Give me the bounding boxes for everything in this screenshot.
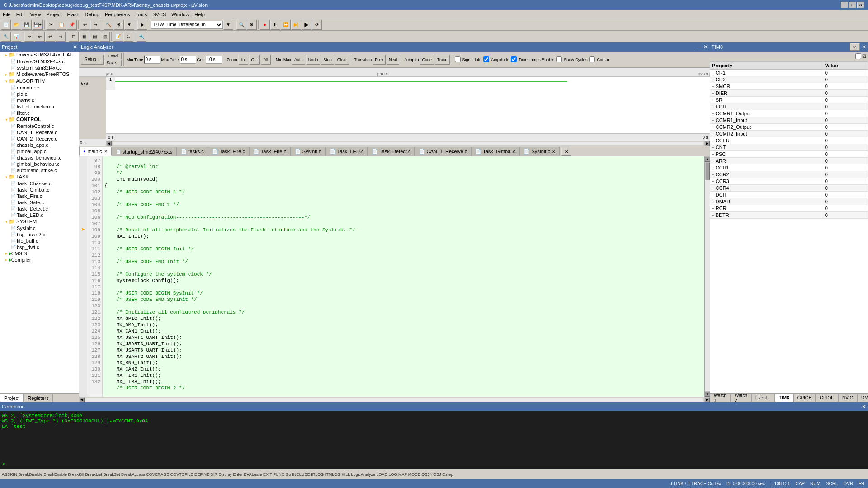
tb-open[interactable]: 📂 — [11, 20, 21, 30]
tb2-extra1[interactable]: 🔩 — [137, 32, 146, 42]
tb2-btn2[interactable]: 📊 — [11, 32, 21, 42]
la-clear-btn[interactable]: Clear — [335, 55, 349, 65]
menu-tools[interactable]: Tools — [133, 11, 150, 18]
tim8-expand-dier[interactable]: + — [712, 91, 716, 96]
tb-download[interactable]: ▼ — [124, 20, 134, 30]
tree-group-compiler[interactable]: ▸♦ Compiler — [0, 257, 79, 263]
tim8-tab-event[interactable]: Event... — [751, 394, 775, 402]
tim8-expand-cnt[interactable]: + — [712, 145, 716, 150]
la-load-btn[interactable]: Load — [104, 53, 122, 59]
tree-file-list[interactable]: 📄 list_of_function.h — [0, 103, 79, 110]
tab-sysinit-h[interactable]: 📄 SysInit.h — [291, 147, 326, 156]
editor-scroll-track[interactable] — [705, 162, 710, 391]
footer-tab-registers[interactable]: Registers — [24, 394, 52, 402]
tb-copy[interactable]: 📋 — [57, 20, 66, 30]
tree-file-bsp-usart2[interactable]: 📄 bsp_usart2.c — [0, 231, 79, 238]
menu-flash[interactable]: Flash — [65, 11, 82, 18]
menu-file[interactable]: File — [0, 11, 14, 18]
tb-build[interactable]: 🔨 — [104, 20, 113, 30]
tree-file-can2[interactable]: 📄 CAN_2_Receive.c — [0, 136, 79, 142]
minimize-button[interactable]: ─ — [841, 2, 848, 8]
logic-close[interactable]: ✕ — [703, 44, 708, 50]
tree-file-gimbal-beh[interactable]: 📄 gimbal_behaviour.c — [0, 161, 79, 167]
la-scroll-track[interactable] — [113, 142, 703, 145]
command-close-icon[interactable]: ✕ — [862, 404, 866, 410]
tree-file-can1[interactable]: 📄 CAN_1_Receive.c — [0, 129, 79, 136]
tree-group-system[interactable]: ▾📁 SYSTEM — [0, 218, 79, 225]
tb-save-all[interactable]: 💾+ — [32, 20, 43, 30]
tim8-expand-rcr[interactable]: + — [712, 206, 716, 211]
tb-paste[interactable]: 📌 — [67, 20, 77, 30]
maximize-button[interactable]: □ — [849, 2, 856, 8]
tim8-close[interactable]: ✕ — [862, 44, 866, 50]
tree-file-filter[interactable]: 📄 filter.c — [0, 110, 79, 116]
la-undo-btn[interactable]: Undo — [306, 55, 321, 65]
la-auto-btn[interactable]: Auto — [292, 55, 305, 65]
menu-view[interactable]: View — [28, 11, 44, 18]
tree-group-algorithm[interactable]: ▾📁 ALGORITHM — [0, 78, 79, 84]
tree-group-drivers[interactable]: ▸📁 Drivers/STM32F4xx_HAL — [0, 52, 79, 58]
tree-file-drivers-stm32[interactable]: 📄 Drivers/STM32F4xx.c — [0, 58, 79, 65]
la-grid-input[interactable] — [206, 56, 222, 64]
la-cursor-check[interactable] — [589, 56, 595, 62]
footer-tab-project[interactable]: Project — [0, 394, 24, 402]
code-content[interactable]: /* @retval int */ int main(void) { /* US… — [103, 156, 704, 397]
tree-file-task-safe[interactable]: 📄 Task_Safe.c — [0, 199, 79, 206]
tree-file-remote[interactable]: 📄 RemoteControl.c — [0, 123, 79, 129]
tim8-update-check[interactable] — [855, 53, 861, 59]
tim8-tab-gpioe[interactable]: GPIOE — [816, 394, 838, 402]
menu-help[interactable]: Help — [192, 11, 208, 18]
tim8-expand-ccmr2_input[interactable]: + — [712, 132, 716, 136]
tree-group-middlewares[interactable]: ▸📁 Middlewares/FreeRTOS — [0, 71, 79, 78]
tree-file-task-chassis[interactable]: 📄 Task_Chassis.c — [0, 180, 79, 187]
tim8-expand-dmar[interactable]: + — [712, 200, 716, 204]
tab-main-c[interactable]: ● main.c ✕ — [79, 147, 112, 156]
la-amplitude-check[interactable] — [483, 56, 489, 62]
tim8-expand-ccmr1_input[interactable]: + — [712, 118, 716, 123]
tree-file-rmmotor[interactable]: 📄 rmmotor.c — [0, 84, 79, 91]
la-maxtime-input[interactable] — [180, 56, 196, 64]
tb2-mem1[interactable]: 📝 — [113, 32, 123, 42]
la-scroll-right[interactable]: ▶ — [704, 141, 710, 146]
tree-file-task-detect[interactable]: 📄 Task_Detect.c — [0, 206, 79, 212]
la-setup-btn[interactable]: Setup... — [81, 55, 104, 65]
tim8-tab-dma1[interactable]: DMA1 — [857, 394, 868, 402]
tree-file-sysinit[interactable]: 📄 SysInit.c — [0, 225, 79, 231]
tb2-btn1[interactable]: 🔧 — [1, 32, 11, 42]
tb2-view4[interactable]: ▧ — [100, 32, 110, 42]
la-code-btn[interactable]: Code — [420, 55, 434, 65]
tim8-expand-sr[interactable]: + — [712, 98, 716, 103]
tim8-expand-bdtr[interactable]: + — [712, 213, 716, 218]
tim8-expand-ccr2[interactable]: + — [712, 173, 716, 177]
editor-tab-close-all[interactable]: ✕ — [561, 147, 571, 156]
editor-scroll-up[interactable]: ▲ — [705, 156, 710, 162]
tim8-refresh[interactable]: ⟳ — [850, 43, 860, 51]
editor-scroll-thumb[interactable] — [705, 162, 710, 180]
la-next-btn[interactable]: Next — [387, 55, 400, 65]
menu-peripherals[interactable]: Peripherals — [102, 11, 133, 18]
tb-cut[interactable]: ✂ — [46, 20, 56, 30]
tim8-tab-nvic[interactable]: NVIC — [838, 394, 857, 402]
tim8-expand-ccmr1_output[interactable]: + — [712, 112, 716, 116]
la-zoom-in[interactable]: In — [238, 55, 248, 65]
tree-file-pid[interactable]: 📄 pid.c — [0, 91, 79, 97]
tb-run[interactable]: ● — [260, 20, 270, 30]
tim8-expand-egr[interactable]: + — [712, 105, 716, 109]
tree-file-gimbal-app[interactable]: 📄 gimbal_app.c — [0, 148, 79, 155]
tb2-mem2[interactable]: 🗂 — [123, 32, 133, 42]
tab-can1-receive[interactable]: 📄 CAN_1_Receive.c — [415, 147, 471, 156]
tb-target-options[interactable]: ▼ — [223, 20, 233, 30]
tim8-expand-ccer[interactable]: + — [712, 139, 716, 143]
tree-group-task[interactable]: ▾📁 TASK — [0, 174, 79, 180]
la-zoom-out[interactable]: Out — [249, 55, 260, 65]
tim8-expand-arr[interactable]: + — [712, 159, 716, 164]
tb2-step3[interactable]: ↩ — [45, 32, 55, 42]
tim8-expand-ccmr2_output[interactable]: + — [712, 125, 716, 130]
la-mintime-input[interactable] — [144, 56, 160, 64]
tb2-step1[interactable]: ⇥ — [24, 32, 34, 42]
tab-sysinit-c[interactable]: 📄 SysInit.c ✕ — [519, 147, 560, 156]
project-tree[interactable]: ▸📁 Drivers/STM32F4xx_HAL 📄 Drivers/STM32… — [0, 52, 79, 393]
tree-file-chassis-app[interactable]: 📄 chassis_app.c — [0, 142, 79, 148]
tab-task-detect[interactable]: 📄 Task_Detect.c — [368, 147, 415, 156]
tb-rebuild[interactable]: ⚙ — [114, 20, 124, 30]
